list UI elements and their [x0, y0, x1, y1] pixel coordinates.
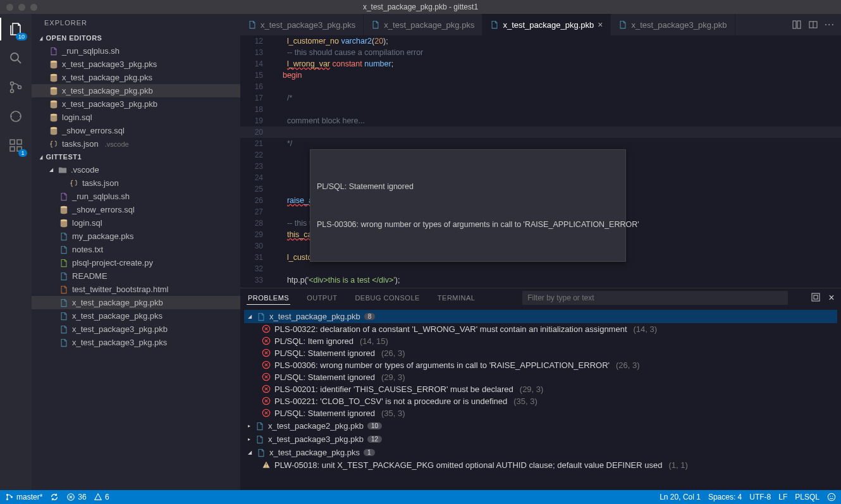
open-editor-item[interactable]: x_test_package3_pkg.pks — [32, 58, 240, 71]
error-icon — [262, 360, 271, 369]
status-bar: master* 36 6 Ln 20, Col 1 Spaces: 4 UTF-… — [0, 490, 841, 504]
folder-item[interactable]: ◢.vscode — [32, 163, 240, 176]
open-editor-item[interactable]: x_test_package3_pkg.pkb — [32, 97, 240, 111]
editor-tab[interactable]: x_test_package3_pkg.pks — [240, 14, 364, 35]
problem-file[interactable]: ◢x_test_package_pkg.pks1 — [244, 446, 837, 459]
feedback-icon[interactable] — [827, 493, 836, 501]
problem-item[interactable]: PLW-05018: unit X_TEST_PACKAGE_PKG omitt… — [244, 459, 837, 471]
overview-ruler[interactable] — [832, 35, 841, 288]
file-item[interactable]: _show_errors.sql — [32, 203, 240, 216]
more-icon[interactable]: ··· — [825, 19, 835, 30]
editor-tab[interactable]: x_test_package_pkg.pkb× — [482, 14, 611, 35]
problem-item[interactable]: PL/SQL: Statement ignored(29, 3) — [244, 371, 837, 383]
explorer-icon[interactable]: 10 — [7, 20, 25, 38]
file-item[interactable]: x_test_package3_pkg.pkb — [32, 323, 240, 336]
problem-item[interactable]: PLS-00221: 'CLOB_TO_CSV' is not a proced… — [244, 395, 837, 407]
window-controls[interactable] — [0, 4, 37, 11]
chevron-icon: ▸ — [248, 423, 250, 429]
file-item[interactable]: login.sql — [32, 216, 240, 230]
compare-icon[interactable] — [792, 20, 802, 30]
file-item[interactable]: _run_sqlplus.sh — [32, 190, 240, 203]
encoding[interactable]: UTF-8 — [749, 493, 771, 501]
panel-tab-problems[interactable]: PROBLEMS — [247, 292, 290, 305]
file-item[interactable]: x_test_package_pkg.pkb — [32, 296, 240, 309]
problems-list[interactable]: ◢x_test_package_pkg.pkb8PLS-00322: decla… — [240, 307, 841, 490]
error-icon — [262, 409, 271, 417]
problem-location: (29, 3) — [520, 384, 544, 394]
problem-count-badge: 8 — [364, 313, 376, 320]
db-icon — [49, 100, 58, 109]
open-editor-item[interactable]: x_test_package_pkg.pkb — [32, 84, 240, 97]
db-icon — [59, 206, 68, 214]
problems-filter-input[interactable] — [522, 291, 788, 305]
file-icon — [255, 435, 264, 444]
panel-tab-debug console[interactable]: DEBUG CONSOLE — [353, 292, 420, 304]
editor[interactable]: 1213141516171819202122232425262728293031… — [240, 35, 841, 288]
open-editor-item[interactable]: login.sql — [32, 111, 240, 124]
open-editors-section[interactable]: OPEN EDITORS — [32, 32, 240, 44]
problem-item[interactable]: PLS-00201: identifier 'THIS_CAUSES_ERROR… — [244, 383, 837, 395]
window-title: x_test_package_pkg.pkb - gittest1 — [363, 3, 478, 11]
workspace-section[interactable]: GITTEST1 — [32, 151, 240, 163]
file-item[interactable]: x_test_package_pkg.pks — [32, 309, 240, 323]
problem-location: (14, 3) — [634, 324, 658, 334]
svg-point-6 — [11, 111, 21, 121]
panel-tab-output[interactable]: OUTPUT — [305, 292, 338, 304]
db-icon — [49, 126, 58, 135]
error-icon — [262, 348, 271, 357]
hover-line: PL/SQL: Statement ignored — [317, 180, 619, 193]
svg-point-2 — [11, 53, 18, 61]
problem-file[interactable]: ▸x_test_package3_pkg.pkb12 — [244, 433, 837, 446]
editor-tab[interactable]: x_test_package3_pkg.pkb — [611, 14, 735, 35]
svg-rect-7 — [10, 140, 15, 144]
problem-message: PLS-00306: wrong number or types of argu… — [274, 360, 610, 370]
open-editor-item[interactable]: x_test_package_pkg.pks — [32, 71, 240, 84]
close-panel-icon[interactable]: × — [828, 292, 835, 304]
open-editor-item[interactable]: _run_sqlplus.sh — [32, 44, 240, 58]
editor-tab[interactable]: x_test_package_pkg.pks — [364, 14, 482, 35]
file-item[interactable]: notes.txt — [32, 243, 240, 256]
tab-label: x_test_package_pkg.pks — [384, 20, 474, 30]
file-item[interactable]: my_package.pks — [32, 230, 240, 243]
search-icon[interactable] — [7, 49, 25, 67]
problem-file[interactable]: ◢x_test_package_pkg.pkb8 — [244, 310, 837, 323]
extensions-badge: 1 — [18, 149, 27, 157]
problems-count[interactable]: 36 6 — [66, 493, 109, 501]
file-item[interactable]: README — [32, 269, 240, 283]
file-icon — [59, 325, 68, 334]
sync-icon[interactable] — [50, 493, 59, 501]
file-icon — [255, 422, 264, 431]
open-editor-item[interactable]: _show_errors.sql — [32, 124, 240, 137]
hover-tooltip: PL/SQL: Statement ignored PLS-00306: wro… — [310, 149, 626, 262]
file-item[interactable]: test_twitter_bootstrap.html — [32, 283, 240, 296]
file-item[interactable]: x_test_package3_pkg.pks — [32, 336, 240, 349]
problem-item[interactable]: PL/SQL: Statement ignored(26, 3) — [244, 347, 837, 359]
panel-tab-terminal[interactable]: TERMINAL — [436, 292, 477, 304]
problem-item[interactable]: PLS-00306: wrong number or types of argu… — [244, 359, 837, 371]
indent[interactable]: Spaces: 4 — [708, 493, 742, 501]
problem-item[interactable]: PL/SQL: Statement ignored(35, 3) — [244, 407, 837, 419]
problem-item[interactable]: PLS-00322: declaration of a constant 'L_… — [244, 323, 837, 335]
file-item[interactable]: tasks.json — [32, 176, 240, 190]
tab-label: x_test_package3_pkg.pks — [261, 20, 355, 30]
language-mode[interactable]: PLSQL — [795, 493, 820, 501]
problem-count-badge: 10 — [367, 422, 382, 429]
collapse-icon[interactable] — [811, 292, 821, 304]
problem-file[interactable]: ▸x_test_package2_pkg.pkb10 — [244, 419, 837, 433]
split-icon[interactable] — [808, 20, 818, 30]
code-content[interactable]: l_customer_no varchar2(20); -- this shou… — [272, 35, 832, 288]
eol[interactable]: LF — [778, 493, 787, 501]
cursor-position[interactable]: Ln 20, Col 1 — [660, 493, 701, 501]
debug-icon[interactable] — [7, 108, 25, 125]
scm-icon[interactable] — [7, 78, 25, 96]
problem-message: PLS-00322: declaration of a constant 'L_… — [274, 324, 627, 334]
extensions-icon[interactable]: 1 — [7, 137, 25, 154]
problem-item[interactable]: PL/SQL: Item ignored(14, 15) — [244, 335, 837, 347]
git-branch[interactable]: master* — [5, 493, 42, 501]
problem-location: (26, 3) — [381, 348, 405, 358]
titlebar: x_test_package_pkg.pkb - gittest1 — [0, 0, 841, 14]
open-editor-item[interactable]: tasks.json.vscode — [32, 137, 240, 151]
file-item[interactable]: plsql-project-create.py — [32, 256, 240, 269]
html-icon — [59, 285, 68, 294]
close-icon[interactable]: × — [598, 20, 603, 30]
